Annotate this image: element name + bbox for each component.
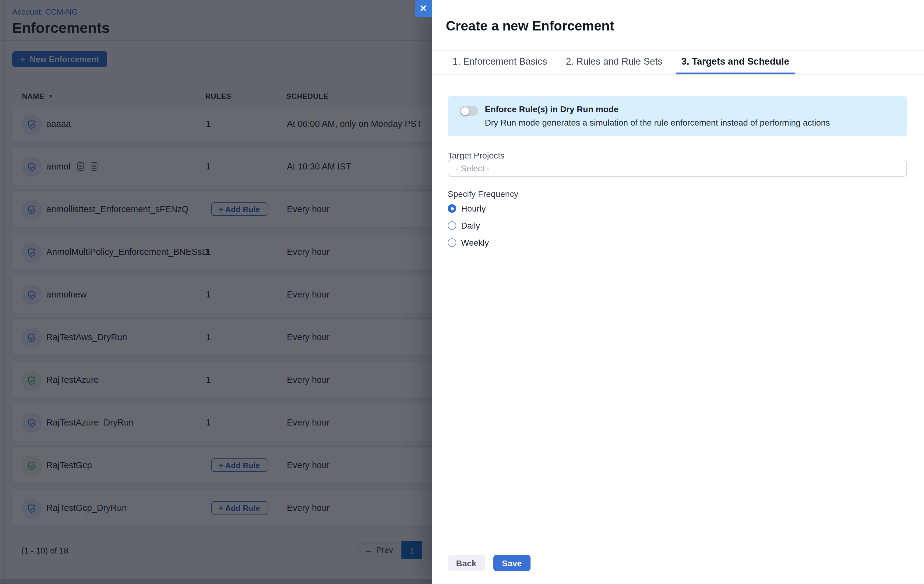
dry-run-text: Enforce Rule(s) in Dry Run mode Dry Run … <box>485 104 830 136</box>
close-icon[interactable]: ✕ <box>415 0 432 17</box>
target-projects-label: Target Projects <box>448 151 505 160</box>
dry-run-title: Enforce Rule(s) in Dry Run mode <box>485 104 830 114</box>
create-enforcement-drawer: ✕ Create a new Enforcement 1. Enforcemen… <box>432 0 924 584</box>
tab-step-1[interactable]: 1. Enforcement Basics <box>447 50 553 74</box>
radio-label: Hourly <box>461 203 486 213</box>
dry-run-toggle[interactable] <box>460 106 478 116</box>
radio-label: Daily <box>461 221 480 230</box>
radio-icon <box>448 221 456 230</box>
tab-step-3[interactable]: 3. Targets and Schedule <box>676 50 795 74</box>
app-root: Account: CCM-NG Enforcements + New Enfor… <box>0 0 924 584</box>
save-button[interactable]: Save <box>493 555 531 571</box>
specify-frequency-label: Specify Frequency <box>448 189 518 199</box>
radio-icon <box>448 204 456 213</box>
dry-run-banner: Enforce Rule(s) in Dry Run mode Dry Run … <box>448 96 907 136</box>
dry-run-description: Dry Run mode generates a simulation of t… <box>485 117 830 127</box>
drawer-footer: Back Save <box>448 555 531 571</box>
target-projects-select[interactable]: - Select - <box>448 160 907 177</box>
toggle-knob <box>461 107 469 115</box>
tab-step-2[interactable]: 2. Rules and Rule Sets <box>560 50 668 74</box>
frequency-option-hourly[interactable]: Hourly <box>448 200 489 217</box>
wizard-tabs: 1. Enforcement Basics2. Rules and Rule S… <box>432 50 924 75</box>
radio-label: Weekly <box>461 238 489 248</box>
frequency-option-weekly[interactable]: Weekly <box>448 234 489 251</box>
frequency-option-daily[interactable]: Daily <box>448 217 489 234</box>
drawer-title: Create a new Enforcement <box>446 18 614 34</box>
radio-icon <box>448 238 456 247</box>
frequency-radio-group: HourlyDailyWeekly <box>448 200 489 251</box>
back-button[interactable]: Back <box>448 555 485 571</box>
